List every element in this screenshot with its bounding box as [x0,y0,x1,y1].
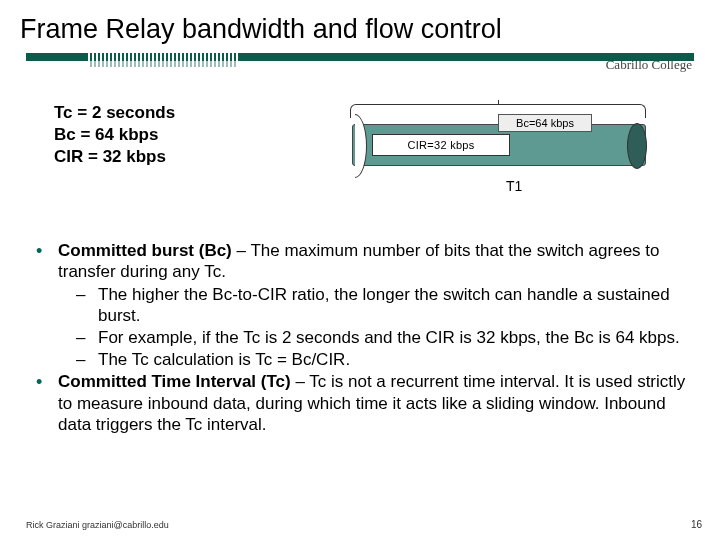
dash-icon: – [76,327,98,348]
footer-author: Rick Graziani graziani@cabrillo.edu [26,520,169,530]
dash-icon: – [76,284,98,326]
term-bc: Committed burst (Bc) [58,241,232,260]
param-bc: Bc = 64 kbps [54,124,175,146]
sub-text-2: For example, if the Tc is 2 seconds and … [98,327,692,348]
bc-label-box: Bc=64 kbps [498,114,592,132]
bullet-dot-icon: • [36,240,58,282]
bullet-tc-text: Committed Time Interval (Tc) – Tc is not… [58,371,692,434]
sub-text-1: The higher the Bc-to-CIR ratio, the long… [98,284,692,326]
sub-text-3: The Tc calculation is Tc = Bc/CIR. [98,349,692,370]
dash-icon: – [76,349,98,370]
link-label: T1 [506,178,522,194]
sub-item: – The Tc calculation is Tc = Bc/CIR. [76,349,692,370]
param-cir: CIR = 32 kbps [54,146,175,168]
param-tc: Tc = 2 seconds [54,102,175,124]
page-number: 16 [691,519,702,530]
header-divider: Cabrillo College [26,53,694,75]
slide-title: Frame Relay bandwidth and flow control [0,0,720,53]
sub-item: – For example, if the Tc is 2 seconds an… [76,327,692,348]
cir-label-box: CIR=32 kbps [372,134,510,156]
pipe-end-left [343,114,367,178]
bandwidth-diagram: Bc=64 kbps CIR=32 kbps T1 [326,100,666,200]
bullet-bc: • Committed burst (Bc) – The maximum num… [36,240,692,282]
parameter-block: Tc = 2 seconds Bc = 64 kbps CIR = 32 kbp… [54,102,175,167]
bullet-bc-text: Committed burst (Bc) – The maximum numbe… [58,240,692,282]
term-tc: Committed Time Interval (Tc) [58,372,291,391]
college-brand: Cabrillo College [606,57,692,73]
bullet-tc: • Committed Time Interval (Tc) – Tc is n… [36,371,692,434]
sub-item: – The higher the Bc-to-CIR ratio, the lo… [76,284,692,326]
divider-hatch [88,53,238,67]
body-content: • Committed burst (Bc) – The maximum num… [36,240,692,437]
pipe-end-right [627,123,647,169]
bullet-dot-icon: • [36,371,58,434]
